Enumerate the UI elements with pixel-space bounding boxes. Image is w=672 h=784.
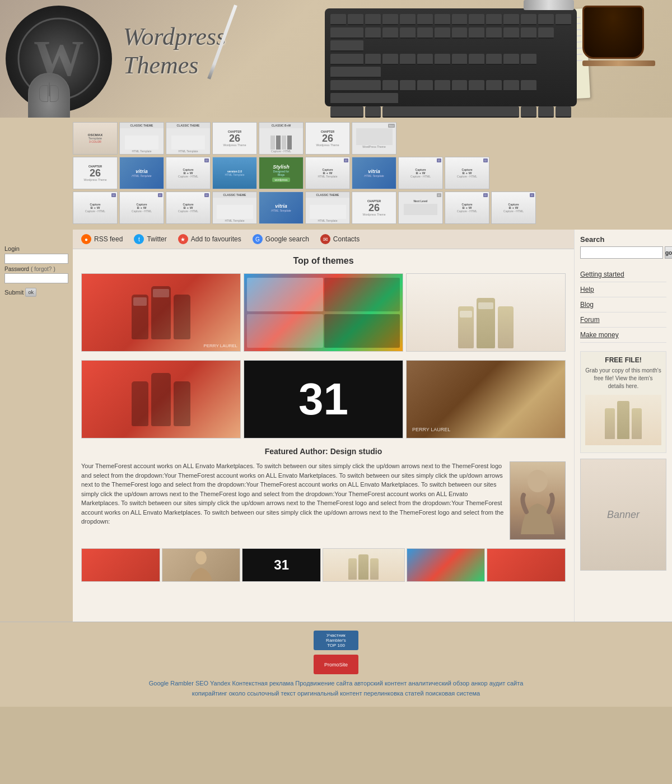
gallery-thumb-classic2[interactable]: CLASSIC THEME HTML Template: [166, 122, 211, 155]
free-file-image[interactable]: [585, 395, 661, 445]
forgot-link[interactable]: forgot?: [34, 266, 52, 272]
gallery-thumb-capture3[interactable]: ☑ Capture B + W Capture - HTML: [398, 157, 443, 189]
footer-link-google[interactable]: Google: [149, 680, 169, 687]
login-section: Login Password (forgot?) Submit ok: [4, 245, 68, 297]
gallery-strip: oscMax Template 3 COLOR CLASSIC THEME HT…: [0, 118, 672, 230]
gallery-thumb-capture4[interactable]: ☑ Capture B + W Capture - HTML: [445, 157, 489, 189]
search-section: Search go: [580, 235, 666, 259]
submit-row: Submit ok: [4, 288, 68, 297]
banner-box[interactable]: Banner: [580, 459, 666, 571]
right-sidebar: Search go Getting started Help Blog Foru…: [574, 230, 672, 622]
footer-link-analytic[interactable]: аналитический обзор: [408, 680, 469, 687]
nav-rss[interactable]: ● RSS feed: [81, 234, 123, 244]
usb-stick: [524, 0, 574, 10]
sidebar-nav-help[interactable]: Help: [580, 282, 666, 297]
sidebar-nav-forum[interactable]: Forum: [580, 312, 666, 328]
footer-link-promo[interactable]: Продвижение сайта: [295, 680, 352, 687]
submit-button[interactable]: ok: [25, 288, 36, 297]
gallery-thumb-version20[interactable]: version 2.0 HTML Template: [212, 157, 257, 189]
footer-link-search[interactable]: поисковая система: [426, 690, 480, 697]
sidebar-nav-blog[interactable]: Blog: [580, 297, 666, 312]
thumbnails-row: 31: [73, 545, 574, 585]
footer-link-seo[interactable]: SEO: [195, 680, 208, 687]
content-wrapper: Login Password (forgot?) Submit ok ● RSS…: [0, 230, 672, 622]
thumb-1[interactable]: [81, 548, 160, 582]
theme-card-3[interactable]: [406, 273, 566, 352]
footer-link-around[interactable]: около: [229, 690, 246, 697]
gallery-thumb-chapter1[interactable]: CHAPTER 26 Wordpress Theme: [212, 122, 257, 155]
password-row: Password (forgot?): [4, 266, 68, 272]
theme-card-4[interactable]: [81, 360, 241, 438]
thumb-3[interactable]: 31: [242, 548, 321, 582]
thumb-6[interactable]: [487, 548, 566, 582]
nav-contacts[interactable]: ✉ Contacts: [320, 234, 360, 244]
footer-link-author[interactable]: авторский контент: [354, 680, 407, 687]
featured-photo: [510, 461, 566, 540]
theme-card-2[interactable]: [244, 273, 403, 352]
search-input[interactable]: [580, 246, 663, 259]
gallery-thumb-stylish[interactable]: Stylish Designed for Blogs wordpress: [259, 157, 304, 189]
hero-section: W: [0, 0, 672, 118]
footer-link-yandex[interactable]: Yandex: [210, 680, 231, 687]
gallery-thumb-capture1[interactable]: ☑ Capture B + W Capture - HTML: [166, 157, 211, 189]
thumb-4[interactable]: [323, 548, 405, 582]
gallery-thumb-chapter2[interactable]: CHAPTER 26 Wordpress Theme: [305, 122, 350, 155]
password-label: Password: [4, 266, 29, 272]
gallery-thumb-capture7[interactable]: ☑ Capture B + W Capture - HTML: [166, 192, 211, 224]
nav-favourites[interactable]: ★ Add to favourites: [178, 234, 241, 244]
gallery-thumb-capture9[interactable]: ☑ Capture B + W Capture - HTML: [491, 192, 536, 224]
gallery-thumb-capture5[interactable]: ☑ Capture B + W Capture - HTML: [73, 192, 118, 224]
footer-link-audit[interactable]: аудит сайта: [489, 680, 524, 687]
thumb-2[interactable]: [162, 548, 241, 582]
gallery-thumb-chapter4[interactable]: CHAPTER 26 Wordpress Theme: [352, 192, 396, 224]
gallery-thumb-classic1[interactable]: CLASSIC THEME HTML Template: [119, 122, 164, 155]
sidebar-nav-getting-started[interactable]: Getting started: [580, 267, 666, 282]
promo-badge[interactable]: PromoSite: [314, 655, 358, 674]
mouse: [28, 73, 70, 118]
footer-link-copywriting[interactable]: копирайтинг: [192, 690, 227, 697]
footer-link-interlinking[interactable]: перелинковка статей: [364, 690, 424, 697]
login-input[interactable]: [4, 254, 68, 264]
featured-description: Your ThemeForest account works on ALL En…: [81, 461, 504, 540]
sidebar-nav-make-money[interactable]: Make money: [580, 328, 666, 343]
featured-section: Featured Author: Design studio Your Them…: [73, 441, 574, 545]
google-icon: G: [253, 234, 263, 244]
left-sidebar: Login Password (forgot?) Submit ok: [0, 230, 73, 622]
nav-google[interactable]: G Google search: [253, 234, 309, 244]
footer-link-rambler[interactable]: Rambler: [170, 680, 194, 687]
gallery-thumb-capture6[interactable]: ☑ Capture B + W Capture - HTML: [119, 192, 164, 224]
footer: Участник Rambler's TOP 100 PromoSite Goo…: [0, 622, 672, 707]
thumb-5[interactable]: [407, 548, 486, 582]
svg-point-3: [195, 551, 207, 564]
footer-link-contextual[interactable]: Контекстная реклама: [232, 680, 294, 687]
gallery-thumb-nextlevel[interactable]: ☑ Next Level: [398, 192, 443, 224]
gallery-thumb-classic3[interactable]: CLASSIC B+W Capture - HTML: [259, 122, 304, 155]
gallery-thumb-vitria1[interactable]: vitria HTML Template: [119, 157, 164, 189]
password-input[interactable]: [4, 273, 68, 283]
search-button[interactable]: go: [665, 246, 672, 259]
gallery-thumb-next1[interactable]: Next WordPress Theme: [352, 122, 396, 155]
gallery-thumb-classic4[interactable]: CLASSIC THEME HTML Template: [212, 192, 257, 224]
nav-contacts-label: Contacts: [333, 235, 360, 243]
featured-title: Featured Author: Design studio: [81, 447, 566, 456]
theme-card-6[interactable]: PERRY LAUREL: [406, 360, 566, 438]
gallery-thumb-chapter3[interactable]: CHAPTER 26 Wordpress Theme: [73, 157, 118, 189]
gallery-thumb-classic5[interactable]: CLASSIC THEME HTML Template: [305, 192, 350, 224]
coffee-cup: [582, 6, 655, 66]
theme-card-1[interactable]: PERRY LAUREL: [81, 273, 241, 352]
gallery-thumb-vitria3[interactable]: vitria HTML Template: [259, 192, 304, 224]
footer-link-anchor[interactable]: анкор: [471, 680, 487, 687]
rss-icon: ●: [81, 234, 91, 244]
theme-card-5[interactable]: 31: [244, 360, 403, 438]
gallery-thumb-capture2[interactable]: ☑ Capture B + W HTML Template: [305, 157, 350, 189]
rambler-badge[interactable]: Участник Rambler's TOP 100: [314, 631, 358, 650]
gallery-thumb-vitria2[interactable]: vitria HTML Template: [352, 157, 396, 189]
gallery-thumb-capture8[interactable]: ☑ Capture B + W Capture - HTML: [445, 192, 489, 224]
nav-twitter[interactable]: t Twitter: [134, 234, 166, 244]
nav-rss-label: RSS feed: [94, 235, 123, 243]
gallery-thumb-oscommerce[interactable]: oscMax Template 3 COLOR: [73, 122, 118, 155]
footer-link-original[interactable]: оригинальный контент: [297, 690, 362, 697]
footer-link-link-text[interactable]: ссылочный текст: [247, 690, 296, 697]
top-themes-title: Top of themes: [73, 249, 574, 270]
banner-label: Banner: [607, 509, 640, 521]
